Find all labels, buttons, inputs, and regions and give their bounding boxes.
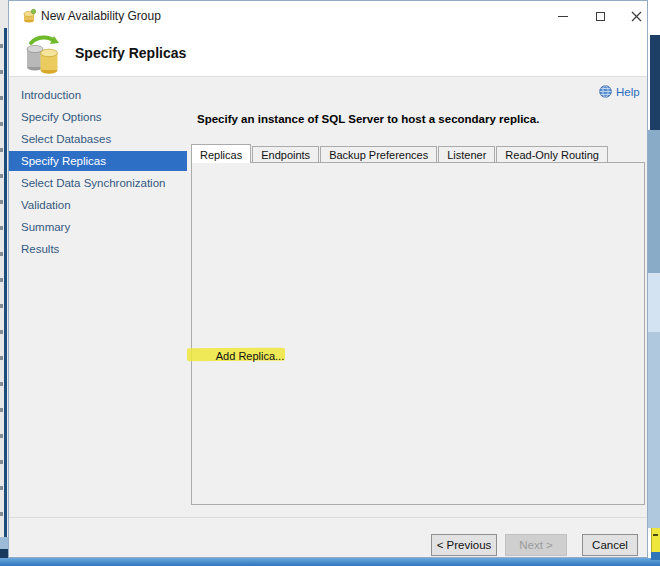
help-link[interactable]: Help [599, 85, 640, 98]
maximize-icon [596, 12, 605, 21]
tab-read-only-routing[interactable]: Read-Only Routing [496, 146, 608, 163]
minimize-button[interactable] [554, 7, 572, 25]
footer-separator [9, 517, 647, 518]
tab-listener[interactable]: Listener [438, 146, 495, 163]
tab-replicas[interactable]: Replicas [191, 144, 251, 163]
tab-backup-preferences[interactable]: Backup Preferences [320, 146, 437, 163]
availability-group-icon [21, 8, 37, 24]
help-label: Help [616, 86, 640, 98]
screen: New Availability Group Specify Repl [0, 0, 660, 566]
next-button[interactable]: Next > [505, 534, 567, 556]
title-bar[interactable]: New Availability Group [9, 1, 647, 31]
background-bottom-right-blue [651, 552, 660, 560]
sidebar-item-specify-replicas[interactable]: Specify Replicas [9, 151, 187, 171]
close-button[interactable] [627, 7, 645, 25]
replicas-header-icon [21, 35, 65, 75]
replicas-tab-page [191, 162, 645, 505]
background-bottom-blue-strip [0, 558, 660, 566]
previous-button[interactable]: < Previous [431, 534, 497, 556]
sidebar-item-specify-options[interactable]: Specify Options [9, 107, 187, 127]
cancel-button[interactable]: Cancel [582, 534, 638, 556]
sidebar-item-introduction[interactable]: Introduction [9, 85, 187, 105]
background-right-lightblue [648, 273, 660, 332]
sidebar-item-select-databases[interactable]: Select Databases [9, 129, 187, 149]
minimize-icon [558, 16, 568, 17]
page-title: Specify Replicas [75, 45, 186, 61]
background-right-midblue [648, 130, 660, 273]
instruction-text: Specify an instance of SQL Server to hos… [197, 113, 539, 125]
wizard-header: Specify Replicas [9, 31, 647, 77]
help-globe-icon [599, 85, 612, 98]
sidebar-item-summary[interactable]: Summary [9, 217, 187, 237]
background-yellow-highlight-fragment [651, 528, 660, 552]
sidebar-item-validation[interactable]: Validation [9, 195, 187, 215]
background-left-lightblue [0, 537, 8, 549]
background-right-navy [650, 35, 660, 130]
window-title: New Availability Group [41, 9, 161, 23]
sidebar-item-results[interactable]: Results [9, 239, 187, 259]
sidebar-item-select-data-synchronization[interactable]: Select Data Synchronization [9, 173, 187, 193]
background-right-lowblue [648, 332, 660, 528]
maximize-button[interactable] [591, 7, 609, 25]
close-icon [631, 11, 642, 22]
tab-endpoints[interactable]: Endpoints [252, 146, 319, 163]
new-availability-group-dialog: New Availability Group Specify Repl [8, 0, 648, 558]
background-vertical-line [4, 28, 7, 540]
tab-strip: Replicas Endpoints Backup Preferences Li… [191, 144, 609, 163]
